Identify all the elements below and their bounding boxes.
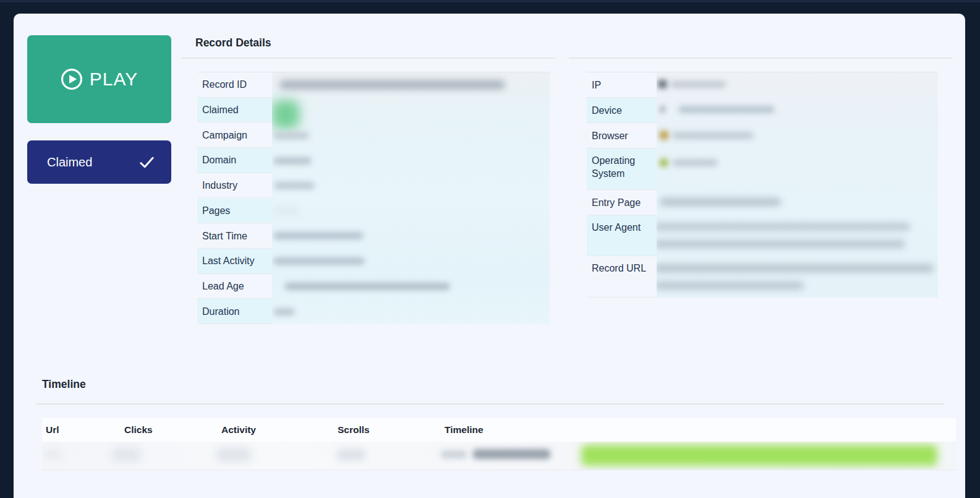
- detail-row-entry-page: Entry Page: [587, 190, 657, 215]
- timeline-table-header: UrlClicksActivityScrollsTimeline: [42, 418, 956, 442]
- detail-row-lead-age: Lead Age: [197, 274, 272, 299]
- detail-label: IP: [587, 79, 605, 92]
- redacted-blob: [670, 81, 726, 88]
- timeline-title: Timeline: [42, 377, 86, 391]
- redacted-blob: [273, 257, 365, 265]
- check-icon: [138, 154, 155, 171]
- redacted-blob: [658, 80, 667, 88]
- detail-label: Last Activity: [197, 254, 258, 267]
- redacted-blob: [660, 198, 781, 206]
- detail-label: Start Time: [197, 230, 251, 243]
- record-details-left-values-redacted: [272, 72, 550, 324]
- main-card: PLAY Claimed Record Details Record IDCla…: [14, 14, 965, 498]
- detail-row-duration: Duration: [197, 299, 272, 324]
- record-details-header-divider: [182, 58, 555, 59]
- record-details-title: Record Details: [195, 36, 271, 49]
- detail-row-device: Device: [587, 98, 657, 123]
- claimed-button[interactable]: Claimed: [27, 140, 171, 184]
- redacted-blob: [274, 182, 315, 189]
- detail-row-industry: Industry: [197, 173, 272, 199]
- detail-row-ip: IP: [587, 72, 657, 98]
- detail-row-start-time: Start Time: [197, 223, 272, 249]
- timeline-column-header-activity: Activity: [221, 418, 256, 442]
- detail-label: Pages: [197, 204, 234, 217]
- redacted-blob: [657, 240, 905, 248]
- detail-label: Industry: [197, 179, 241, 192]
- redacted-blob: [672, 132, 754, 139]
- play-button-label: PLAY: [90, 69, 138, 90]
- detail-label: Campaign: [197, 129, 251, 142]
- redacted-blob: [273, 157, 312, 165]
- timeline-column-header-timeline: Timeline: [445, 418, 484, 442]
- detail-label: Duration: [197, 305, 243, 318]
- detail-label: Lead Age: [197, 280, 248, 293]
- detail-label: Device: [587, 104, 626, 117]
- redacted-blob: [284, 283, 450, 290]
- redacted-blob: [659, 158, 668, 167]
- timeline-column-header-url: Url: [46, 418, 59, 442]
- redacted-blob: [273, 208, 299, 214]
- redacted-blob: [473, 449, 550, 459]
- redacted-blob: [272, 100, 299, 129]
- play-button[interactable]: PLAY: [27, 35, 171, 123]
- redacted-blob: [660, 106, 665, 113]
- timeline-table-row-redacted: [42, 442, 956, 470]
- redacted-blob: [45, 449, 62, 459]
- redacted-blob: [659, 131, 669, 140]
- redacted-blob: [657, 264, 934, 272]
- redacted-blob: [678, 106, 775, 113]
- record-details-left-table: Record IDClaimedCampaignDomainIndustryPa…: [197, 72, 550, 324]
- claimed-button-label: Claimed: [47, 155, 92, 170]
- detail-label: User Agent: [587, 221, 644, 234]
- redacted-blob: [657, 281, 804, 290]
- detail-label: Entry Page: [587, 196, 644, 209]
- detail-label: Record ID: [197, 78, 250, 91]
- detail-row-domain: Domain: [197, 148, 272, 173]
- detail-label: Record URL: [587, 262, 650, 275]
- redacted-blob: [216, 448, 251, 462]
- redacted-blob: [441, 450, 467, 458]
- record-details-right-values-redacted: [657, 72, 938, 298]
- redacted-blob: [672, 159, 718, 166]
- redacted-blob: [273, 132, 309, 139]
- timeline-column-header-scrolls: Scrolls: [338, 418, 370, 442]
- right-panel-header-divider: [569, 58, 952, 59]
- detail-label: Claimed: [197, 103, 242, 116]
- redacted-blob: [581, 445, 937, 466]
- record-details-right-table: IPDeviceBrowserOperating SystemEntry Pag…: [587, 72, 938, 298]
- detail-label: Browser: [587, 129, 632, 142]
- detail-row-claimed: Claimed: [197, 98, 272, 123]
- window-top-strip: [0, 0, 980, 2]
- redacted-blob: [111, 448, 141, 462]
- play-icon: [61, 68, 83, 90]
- redacted-blob: [273, 232, 364, 239]
- redacted-blob: [337, 449, 365, 460]
- detail-row-pages: Pages: [197, 199, 272, 224]
- detail-row-record-url: Record URL: [587, 256, 657, 298]
- redacted-blob: [279, 80, 505, 89]
- detail-label: Operating System: [587, 154, 657, 180]
- detail-row-campaign: Campaign: [197, 122, 272, 148]
- timeline-header-divider: [36, 403, 944, 405]
- redacted-blob: [657, 223, 910, 231]
- detail-row-last-activity: Last Activity: [197, 249, 272, 274]
- detail-label: Domain: [197, 153, 240, 166]
- detail-row-user-agent: User Agent: [587, 215, 657, 256]
- redacted-blob: [273, 308, 295, 316]
- detail-row-operating-system: Operating System: [587, 148, 657, 190]
- timeline-column-header-clicks: Clicks: [124, 418, 153, 442]
- detail-row-record-id: Record ID: [197, 72, 272, 98]
- detail-row-browser: Browser: [587, 123, 657, 148]
